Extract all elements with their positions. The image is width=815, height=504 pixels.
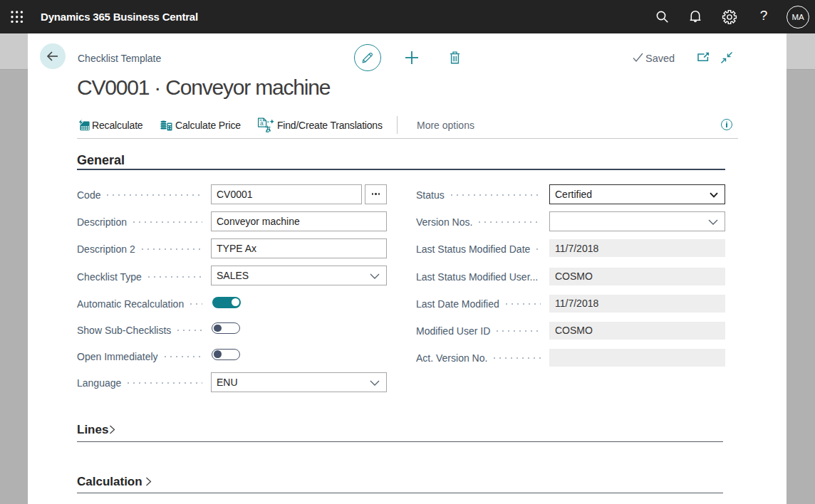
svg-text:a: a (260, 120, 264, 127)
